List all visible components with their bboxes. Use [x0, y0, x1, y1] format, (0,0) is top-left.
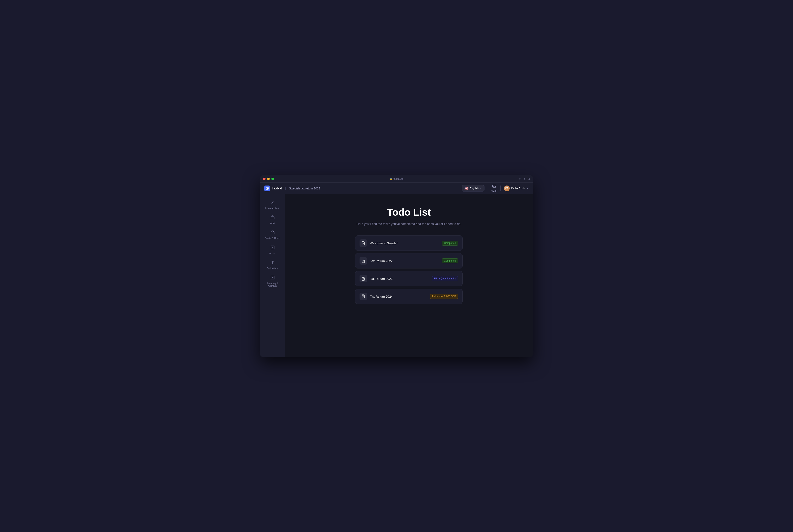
svg-rect-7 — [271, 232, 274, 234]
todo-item-return2022[interactable]: Tax Return 2022Completed — [355, 253, 463, 268]
url-bar[interactable]: 🔒 taxpal.se — [389, 177, 403, 180]
header-divider-2 — [500, 186, 501, 191]
sidebar-item-deductions[interactable]: Deductions — [262, 258, 283, 272]
sidebar-item-work[interactable]: Work — [262, 212, 283, 227]
work-icon — [270, 215, 275, 221]
todo-item-return2024[interactable]: Tax Return 2024Unlock for 2,000 SEK — [355, 289, 463, 304]
logo-area[interactable]: TaxPal — [264, 186, 282, 191]
family-icon — [270, 230, 275, 236]
svg-rect-6 — [271, 217, 274, 219]
language-selector[interactable]: 🇺🇸 English ▼ — [462, 185, 485, 191]
todo-label-return2022: Tax Return 2022 — [370, 259, 439, 263]
sidebar-label-deductions: Deductions — [267, 267, 278, 269]
user-chevron-icon: ▼ — [527, 187, 529, 189]
header-right: 🇺🇸 English ▼ To-do KR Kallie Roob ▼ — [462, 184, 529, 192]
inbox-icon — [492, 184, 496, 189]
todo-label: To-do — [491, 190, 497, 192]
page-subtitle: Here you'll find the tasks you've comple… — [356, 222, 461, 226]
close-button[interactable] — [263, 178, 265, 180]
intro-icon — [270, 200, 275, 206]
summary-icon — [270, 275, 275, 281]
app-header: TaxPal Swedish tax return 2023 🇺🇸 Englis… — [260, 183, 533, 194]
todo-item-return2023[interactable]: Tax Return 2023Fill in Questionnaire — [355, 271, 463, 286]
page-title: Todo List — [387, 207, 431, 218]
header-title: Swedish tax return 2023 — [285, 187, 320, 190]
svg-point-5 — [272, 201, 273, 203]
todo-label-return2024: Tax Return 2024 — [370, 295, 427, 298]
add-tab-icon[interactable]: + — [523, 177, 525, 180]
todo-item-welcome[interactable]: Welcome to SwedenCompleted — [355, 235, 463, 251]
sidebar-label-family: Family & Home — [265, 237, 280, 240]
sidebar-label-income: Income — [269, 252, 276, 254]
maximize-button[interactable] — [271, 178, 274, 180]
flag-icon: 🇺🇸 — [464, 186, 468, 190]
avatar: KR — [504, 186, 510, 191]
todo-list: Welcome to SwedenCompleted Tax Return 20… — [355, 235, 463, 304]
sidebar-item-income[interactable]: Income — [262, 243, 283, 257]
user-menu[interactable]: KR Kallie Roob ▼ — [504, 186, 529, 191]
todo-badge-return2022[interactable]: Completed — [442, 258, 458, 263]
traffic-lights — [263, 178, 274, 180]
chevron-down-icon: ▼ — [480, 187, 482, 189]
sidebar: Intro questions Work — [260, 194, 285, 357]
share-icon[interactable]: ⬆ — [519, 177, 521, 180]
todo-icon-return2022 — [359, 257, 367, 265]
sidebar-label-work: Work — [270, 222, 275, 224]
sidebar-toggle-icon[interactable]: ⊡ — [528, 177, 530, 180]
minimize-button[interactable] — [267, 178, 270, 180]
logo-icon — [264, 186, 270, 191]
todo-badge-welcome[interactable]: Completed — [442, 241, 458, 246]
title-bar-actions: ⬆ + ⊡ — [519, 177, 530, 180]
todo-icon-return2024 — [359, 292, 367, 300]
sidebar-item-family[interactable]: Family & Home — [262, 228, 283, 242]
todo-label-welcome: Welcome to Sweden — [370, 242, 439, 245]
lang-label: English — [470, 187, 479, 190]
sidebar-label-intro: Intro questions — [265, 207, 280, 209]
todo-icon-return2023 — [359, 275, 367, 282]
svg-rect-8 — [272, 233, 273, 234]
todo-badge-return2023[interactable]: Fill in Questionnaire — [432, 276, 458, 281]
svg-rect-4 — [493, 185, 496, 187]
sidebar-item-summary[interactable]: Summary & Approval — [262, 273, 283, 289]
todo-icon-welcome — [359, 240, 367, 247]
todo-button[interactable]: To-do — [491, 184, 497, 192]
user-name: Kallie Roob — [511, 187, 525, 190]
todo-badge-return2024[interactable]: Unlock for 2,000 SEK — [430, 294, 458, 299]
sidebar-item-intro[interactable]: Intro questions — [262, 197, 283, 212]
logo-text: TaxPal — [272, 187, 282, 190]
url-text: taxpal.se — [393, 177, 403, 180]
mac-window: 🔒 taxpal.se ⬆ + ⊡ TaxPal Swedish tax ret… — [260, 175, 533, 357]
title-bar: 🔒 taxpal.se ⬆ + ⊡ — [260, 175, 533, 183]
sidebar-label-summary: Summary & Approval — [263, 282, 281, 287]
deductions-icon — [270, 260, 275, 266]
income-icon — [270, 245, 275, 251]
todo-label-return2023: Tax Return 2023 — [370, 277, 429, 281]
main-layout: Intro questions Work — [260, 194, 533, 357]
lock-icon: 🔒 — [389, 177, 392, 180]
main-content: Todo List Here you'll find the tasks you… — [285, 194, 533, 357]
